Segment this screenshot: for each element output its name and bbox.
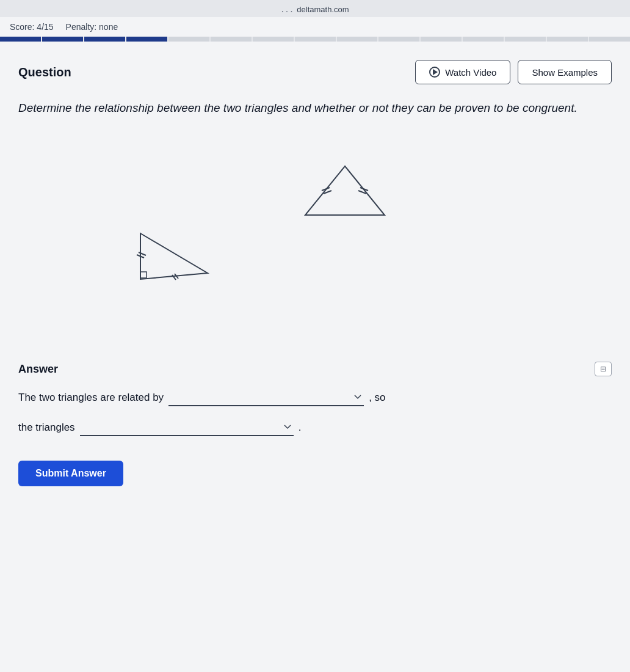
progress-bar — [0, 37, 630, 42]
answer-label-row: Answer ⊟ — [18, 362, 612, 376]
watch-video-button[interactable]: Watch Video — [415, 60, 510, 84]
progress-seg-2 — [42, 37, 83, 42]
progress-seg-9 — [337, 37, 378, 42]
triangle2-svg — [299, 160, 391, 227]
main-content: Question Watch Video Show Examples Deter… — [0, 42, 630, 672]
score-text: Score: 4/15 — [10, 22, 54, 32]
row2-prefix: the triangles — [18, 422, 75, 434]
watch-video-label: Watch Video — [445, 67, 496, 78]
progress-seg-13 — [505, 37, 546, 42]
progress-seg-15 — [589, 37, 630, 42]
progress-seg-12 — [463, 37, 504, 42]
svg-line-2 — [139, 252, 146, 255]
submit-answer-button[interactable]: Submit Answer — [18, 461, 123, 486]
answer-row-2: the triangles are congruent are not cong… — [18, 418, 612, 436]
progress-seg-14 — [547, 37, 588, 42]
keyboard-icon-button[interactable]: ⊟ — [595, 362, 612, 376]
progress-seg-8 — [295, 37, 336, 42]
progress-seg-6 — [211, 37, 252, 42]
row2-suffix: . — [299, 422, 302, 434]
url-display: deltamath.com — [297, 5, 349, 14]
header-buttons: Watch Video Show Examples — [415, 60, 612, 84]
triangle2-container — [299, 160, 391, 230]
show-examples-button[interactable]: Show Examples — [518, 60, 612, 84]
progress-seg-4 — [126, 37, 167, 42]
top-bar: ... deltamath.com — [0, 0, 630, 17]
progress-seg-5 — [168, 37, 209, 42]
question-text: Determine the relationship between the t… — [18, 99, 612, 117]
svg-rect-5 — [140, 272, 147, 278]
question-header: Question Watch Video Show Examples — [18, 60, 612, 84]
row1-prefix: The two triangles are related by — [18, 392, 164, 404]
question-label: Question — [18, 65, 71, 79]
row1-suffix: , so — [369, 392, 385, 404]
progress-seg-11 — [421, 37, 462, 42]
progress-seg-10 — [378, 37, 419, 42]
answer-row-1: The two triangles are related by SSS SAS… — [18, 389, 612, 406]
show-examples-label: Show Examples — [532, 67, 598, 78]
progress-seg-3 — [84, 37, 125, 42]
answer-label-text: Answer — [18, 363, 58, 376]
answer-section: Answer ⊟ The two triangles are related b… — [18, 362, 612, 486]
relationship-dropdown[interactable]: SSS SAS ASA AAS HL not enough informatio… — [168, 389, 364, 406]
play-triangle-icon — [433, 69, 438, 75]
triangle1-container — [122, 221, 220, 303]
score-bar: Score: 4/15 Penalty: none — [0, 17, 630, 37]
play-icon — [429, 67, 440, 78]
dots-menu: ... — [281, 1, 294, 16]
penalty-text: Penalty: none — [66, 22, 118, 32]
congruence-dropdown[interactable]: are congruent are not congruent cannot b… — [80, 418, 294, 436]
triangle1-svg — [122, 221, 220, 301]
triangles-area — [18, 142, 612, 337]
svg-marker-0 — [140, 233, 208, 279]
progress-seg-7 — [253, 37, 294, 42]
svg-marker-6 — [305, 166, 385, 215]
progress-seg-1 — [0, 37, 41, 42]
